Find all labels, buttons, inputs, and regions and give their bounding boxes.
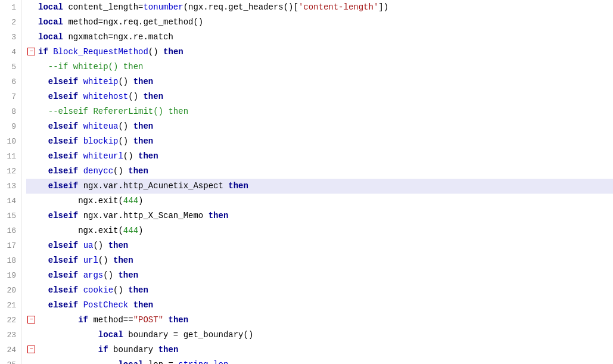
token: then: [143, 89, 163, 104]
token: elseif: [38, 89, 83, 104]
token: local: [98, 328, 128, 343]
line-number-4: 4: [5, 45, 16, 60]
line-number-11: 11: [5, 149, 16, 164]
token: (): [93, 238, 108, 253]
line-number-21: 21: [5, 298, 16, 313]
token: if: [98, 343, 113, 357]
token: [163, 313, 168, 328]
token: then: [133, 119, 154, 134]
token: (): [118, 119, 133, 134]
line-number-2: 2: [5, 15, 16, 30]
token: local: [38, 30, 68, 45]
line-number-16: 16: [5, 223, 16, 238]
token: 444: [123, 223, 138, 238]
token: --elseif RefererLimit() then: [38, 104, 188, 119]
token: then: [163, 45, 183, 60]
token: elseif: [38, 283, 83, 298]
token: elseif: [38, 149, 83, 164]
fold-button-4[interactable]: −: [27, 48, 35, 55]
token: tonumber: [143, 0, 183, 15]
token: denycc: [83, 164, 113, 179]
token: then: [138, 149, 158, 164]
token: then: [108, 238, 129, 253]
code-content[interactable]: local content_length=tonumber(ngx.req.ge…: [21, 0, 613, 364]
line-number-17: 17: [5, 238, 16, 253]
line-number-5: 5: [5, 60, 16, 74]
line-number-23: 23: [5, 328, 16, 343]
token: if: [38, 45, 53, 60]
token: args: [83, 268, 104, 283]
token: (): [113, 164, 128, 179]
code-editor: 1234567891011121314151617181920212223242…: [0, 0, 613, 364]
token: elseif: [38, 164, 83, 179]
code-line-14: ngx.exit(444): [26, 194, 613, 209]
code-line-12: elseif denycc() then: [26, 164, 613, 179]
token: [38, 343, 98, 357]
token: whiteurl: [83, 149, 123, 164]
token: then: [113, 253, 133, 268]
token: 'content-length': [298, 0, 378, 15]
line-number-6: 6: [5, 74, 16, 89]
token: then: [228, 179, 248, 194]
code-line-3: local ngxmatch=ngx.re.match: [26, 30, 613, 45]
token: [38, 313, 78, 328]
token: Block_RequestMethod: [53, 45, 148, 60]
token: method==: [93, 313, 133, 328]
line-number-20: 20: [5, 283, 16, 298]
token: (): [118, 74, 133, 89]
line-number-10: 10: [5, 134, 16, 149]
line-number-12: 12: [5, 164, 16, 179]
token: then: [209, 209, 229, 223]
line-number-14: 14: [5, 194, 16, 209]
token: whiteua: [83, 119, 119, 134]
token: (): [103, 268, 118, 283]
code-line-11: elseif whiteurl() then: [26, 149, 613, 164]
token: blockip: [83, 134, 119, 149]
code-line-24: − if boundary then: [26, 343, 613, 357]
token: then: [133, 134, 154, 149]
token: [128, 298, 133, 313]
token: "POST": [133, 313, 163, 328]
code-line-13: elseif ngx.var.http_Acunetix_Aspect then: [26, 179, 613, 194]
token: (ngx.req.get_headers()[: [183, 0, 298, 15]
token: elseif: [38, 179, 83, 194]
code-line-9: elseif whiteua() then: [26, 119, 613, 134]
fold-button-24[interactable]: −: [27, 346, 35, 353]
token: method=ngx.req.get_method(): [68, 15, 203, 30]
token: local: [38, 15, 68, 30]
fold-button-22[interactable]: −: [27, 316, 35, 323]
token: PostCheck: [83, 298, 129, 313]
token: elseif: [38, 119, 83, 134]
token: (): [113, 283, 128, 298]
line-number-13: 13: [5, 179, 16, 194]
token: [38, 357, 118, 364]
token: (): [123, 149, 138, 164]
token: then: [128, 164, 148, 179]
code-line-22: − if method=="POST" then: [26, 313, 613, 328]
line-number-gutter: 1234567891011121314151617181920212223242…: [0, 0, 21, 364]
token: url: [83, 253, 98, 268]
token: ngx.exit(: [38, 194, 123, 209]
line-number-15: 15: [5, 209, 16, 223]
token: (): [128, 89, 143, 104]
code-line-19: elseif args() then: [26, 268, 613, 283]
token: ]): [378, 0, 388, 15]
code-line-17: elseif ua() then: [26, 238, 613, 253]
token: (): [148, 45, 163, 60]
code-line-5: --if whiteip() then: [26, 60, 613, 74]
token: ): [138, 223, 143, 238]
code-line-23: local boundary = get_boundary(): [26, 328, 613, 343]
token: then: [128, 283, 148, 298]
token: if: [78, 313, 93, 328]
code-line-15: elseif ngx.var.http_X_Scan_Memo then: [26, 209, 613, 223]
token: boundary: [113, 343, 158, 357]
line-number-3: 3: [5, 30, 16, 45]
code-line-25: local len = string.len: [26, 357, 613, 364]
token: then: [133, 74, 154, 89]
token: (): [118, 134, 133, 149]
line-number-8: 8: [5, 104, 16, 119]
token: elseif: [38, 238, 83, 253]
token: then: [158, 343, 179, 357]
line-number-1: 1: [5, 0, 16, 15]
token: string.len: [178, 357, 228, 364]
